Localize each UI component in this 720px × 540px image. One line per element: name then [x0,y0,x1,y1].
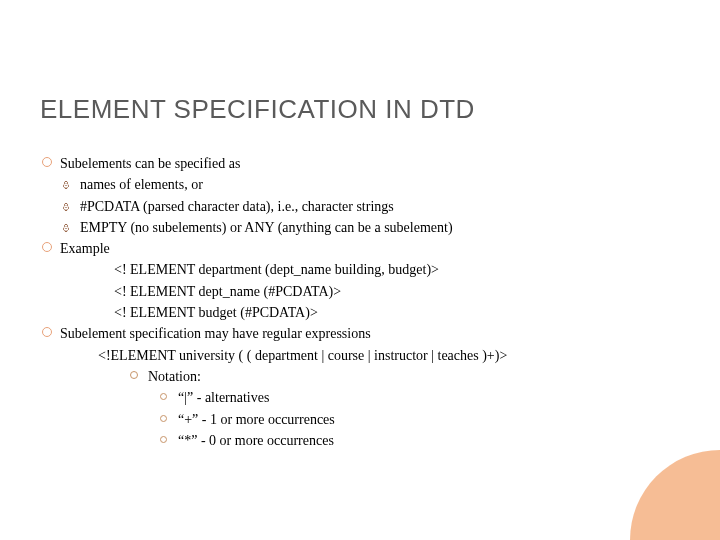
bullet-text: Subelement specification may have regula… [60,324,680,344]
bullet-text: names of elements, or [80,175,680,195]
wave-bullet-icon: ߷ [62,175,80,195]
bullet-text: “*” - 0 or more occurrences [178,431,680,451]
code-line: <!ELEMENT university ( ( department | co… [98,346,680,366]
tiny-circle-bullet-icon [160,410,178,430]
bullet-text: EMPTY (no subelements) or ANY (anything … [80,218,680,238]
slide-title: ELEMENT SPECIFICATION IN DTD [40,94,475,125]
bullet-text: #PCDATA (parsed character data), i.e., c… [80,197,680,217]
tiny-circle-bullet-icon [160,431,178,451]
slide-body: Subelements can be specified as ߷ names … [42,154,680,452]
decorative-corner-circle [630,450,720,540]
bullet-text: Example [60,239,680,259]
bullet-text: “|” - alternatives [178,388,680,408]
small-circle-bullet-icon [130,367,148,387]
wave-bullet-icon: ߷ [62,218,80,238]
circle-bullet-icon [42,324,60,344]
code-line: <! ELEMENT budget (#PCDATA)> [114,303,680,323]
bullet-text: Notation: [148,367,680,387]
code-line: <! ELEMENT dept_name (#PCDATA)> [114,282,680,302]
wave-bullet-icon: ߷ [62,197,80,217]
bullet-text: Subelements can be specified as [60,154,680,174]
circle-bullet-icon [42,154,60,174]
code-line: <! ELEMENT department (dept_name buildin… [114,260,680,280]
tiny-circle-bullet-icon [160,388,178,408]
bullet-text: “+” - 1 or more occurrences [178,410,680,430]
circle-bullet-icon [42,239,60,259]
